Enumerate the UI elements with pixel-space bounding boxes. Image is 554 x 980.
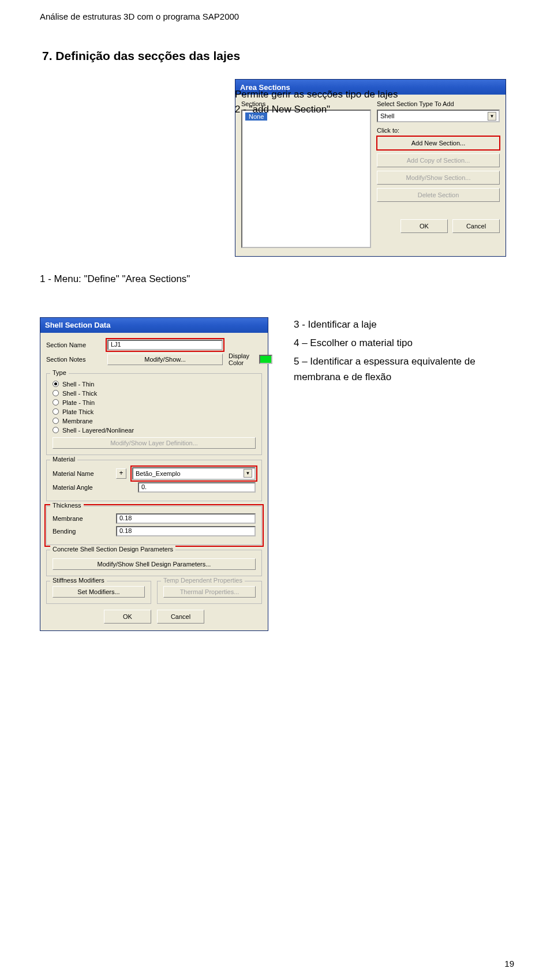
bending-label: Bending	[53, 528, 110, 535]
chevron-down-icon: ▼	[488, 112, 496, 121]
dialog2-title: Shell Section Data	[45, 321, 110, 329]
type-group-title: Type	[50, 369, 69, 376]
thickness-group: Thickness Membrane 0.18 Bending 0.18	[46, 506, 262, 545]
stiffness-group-title: Stiffness Modifiers	[50, 577, 107, 584]
material-angle-label: Material Angle	[53, 484, 110, 491]
sections-listbox[interactable]: None	[241, 110, 371, 248]
type-label: Plate Thick	[62, 408, 93, 415]
thermal-button: Thermal Properties...	[163, 586, 256, 598]
step3: 3 - Identificar a laje	[294, 317, 514, 332]
modify-show-button: Modify/Show Section...	[377, 171, 500, 185]
step1-desc: Permite gerir as secções tipo de lajes	[235, 87, 408, 102]
radio-plate-thick[interactable]	[53, 408, 59, 415]
section-name-label: Section Name	[46, 341, 99, 348]
add-material-button[interactable]: +	[116, 468, 126, 479]
set-modifiers-button[interactable]: Set Modifiers...	[53, 586, 145, 598]
concrete-group-title: Concrete Shell Section Design Parameters	[50, 546, 175, 553]
shell-section-dialog: Shell Section Data Section Name LJ1 Sect…	[40, 317, 268, 631]
radio-shell-layered[interactable]	[53, 427, 59, 433]
ok-button[interactable]: OK	[400, 219, 448, 233]
section-name-input[interactable]: LJ1	[107, 340, 223, 350]
material-name-value: Betão_Exemplo	[136, 470, 181, 477]
shell-design-params-button[interactable]: Modify/Show Shell Design Parameters...	[53, 558, 256, 570]
cancel-button[interactable]: Cancel	[452, 219, 500, 233]
type-label: Shell - Layered/Nonlinear	[62, 427, 134, 434]
cancel-button[interactable]: Cancel	[157, 610, 204, 624]
membrane-label: Membrane	[53, 515, 110, 522]
material-group: Material Material Name + Betão_Exemplo ▼…	[46, 460, 262, 501]
type-label: Plate - Thin	[62, 399, 95, 406]
material-name-label: Material Name	[53, 470, 110, 477]
radio-membrane[interactable]	[53, 418, 59, 424]
layer-definition-button: Modify/Show Layer Definition...	[53, 437, 256, 449]
display-color-swatch[interactable]	[259, 355, 272, 364]
material-angle-input[interactable]: 0.	[138, 482, 256, 493]
type-label: Membrane	[62, 418, 93, 425]
type-label: Shell - Thick	[62, 390, 97, 397]
temp-group: Temp Dependent Properties Thermal Proper…	[157, 581, 262, 604]
modify-show-notes-button[interactable]: Modify/Show...	[107, 354, 223, 365]
type-label: Shell - Thin	[62, 381, 94, 388]
radio-shell-thick[interactable]	[53, 390, 59, 396]
radio-shell-thin[interactable]	[53, 381, 59, 387]
type-group: Type Shell - Thin Shell - Thick Plate - …	[46, 373, 262, 455]
radio-plate-thin[interactable]	[53, 399, 59, 405]
chevron-down-icon: ▼	[244, 469, 252, 478]
dialog2-titlebar: Shell Section Data	[40, 318, 268, 333]
temp-group-title: Temp Dependent Properties	[161, 577, 245, 584]
page-header: Análise de estruturas 3D com o programa …	[40, 12, 514, 21]
membrane-input[interactable]: 0.18	[116, 513, 256, 524]
step2: 2 - "add New Section"	[235, 102, 408, 117]
thickness-group-title: Thickness	[50, 502, 84, 509]
ok-button[interactable]: OK	[104, 610, 151, 624]
material-group-title: Material	[50, 456, 77, 463]
add-new-section-button[interactable]: Add New Section...	[377, 136, 500, 150]
step5: 5 – Identificar a espessura equivalente …	[294, 354, 514, 385]
material-name-select[interactable]: Betão_Exemplo ▼	[132, 467, 256, 480]
concrete-group: Concrete Shell Section Design Parameters…	[46, 550, 262, 576]
display-color-label: Display Color	[229, 352, 254, 366]
page-number: 19	[504, 959, 514, 968]
step4: 4 – Escolher o material tipo	[294, 336, 514, 351]
click-to-label: Click to:	[377, 127, 500, 134]
section-notes-label: Section Notes	[46, 356, 99, 363]
delete-section-button: Delete Section	[377, 188, 500, 202]
add-copy-button: Add Copy of Section...	[377, 153, 500, 167]
bending-input[interactable]: 0.18	[116, 526, 256, 536]
section-title: 7. Definição das secções das lajes	[42, 49, 514, 63]
stiffness-group: Stiffness Modifiers Set Modifiers...	[46, 581, 151, 604]
step1-menu-text: 1 - Menu: "Define" "Area Sections"	[40, 272, 219, 287]
